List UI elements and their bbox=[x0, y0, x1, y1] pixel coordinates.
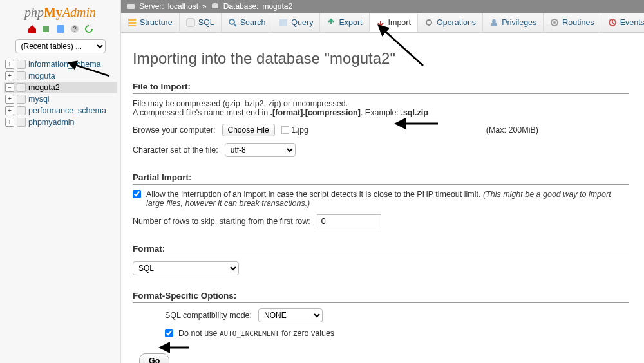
tab-search[interactable]: Search bbox=[222, 13, 273, 32]
browse-label: Browse your computer: bbox=[133, 126, 216, 135]
minus-icon[interactable]: − bbox=[5, 83, 14, 92]
db-tree: +information_schema +moguta −moguta2 +my… bbox=[0, 59, 120, 128]
tab-import[interactable]: Import bbox=[370, 14, 418, 33]
svg-rect-1 bbox=[57, 25, 64, 33]
db-item-information-schema[interactable]: +information_schema bbox=[4, 59, 117, 70]
breadcrumb-db-link[interactable]: moguta2 bbox=[262, 2, 292, 11]
sql-icon[interactable] bbox=[55, 24, 66, 34]
skip-rows-label: Number of rows to skip, starting from th… bbox=[133, 217, 310, 226]
allow-interruption-checkbox[interactable] bbox=[133, 190, 141, 198]
plus-icon[interactable]: + bbox=[5, 118, 14, 127]
tab-label: Operations bbox=[437, 18, 476, 27]
svg-rect-8 bbox=[128, 22, 136, 24]
plus-icon[interactable]: + bbox=[5, 106, 14, 115]
sql-icon bbox=[186, 18, 195, 27]
db-icon bbox=[17, 71, 26, 80]
file-hint: File may be compressed (gzip, bzip2, zip… bbox=[133, 99, 629, 117]
db-item-mysql[interactable]: +mysql bbox=[4, 93, 117, 105]
charset-row: Character set of the file: utf-8 bbox=[133, 143, 629, 157]
svg-rect-10 bbox=[187, 19, 194, 26]
tab-events[interactable]: Events bbox=[601, 13, 644, 32]
tab-label: Privileges bbox=[502, 18, 536, 27]
section-partial-import: Partial Import: Allow the interruption o… bbox=[133, 172, 629, 228]
svg-point-18 bbox=[553, 21, 556, 24]
tab-label: Search bbox=[240, 18, 266, 27]
hint-line: File may be compressed (gzip, bzip2, zip… bbox=[133, 99, 629, 108]
db-item-phpmyadmin[interactable]: +phpmyadmin bbox=[4, 116, 117, 128]
format-heading: Format: bbox=[133, 244, 629, 256]
tab-operations[interactable]: Operations bbox=[418, 13, 483, 32]
logo[interactable]: phpMyAdmin bbox=[0, 3, 120, 21]
tab-label: Import bbox=[388, 18, 411, 27]
tab-sql[interactable]: SQL bbox=[180, 13, 222, 32]
choose-file-button[interactable]: Choose File bbox=[222, 124, 275, 136]
import-icon bbox=[376, 18, 385, 27]
tab-label: Export bbox=[339, 18, 362, 27]
logo-php: php bbox=[24, 5, 44, 19]
tab-label: Routines bbox=[562, 18, 594, 27]
content: Importing into the database "moguta2" Fi… bbox=[121, 33, 644, 363]
tab-label: SQL bbox=[198, 18, 214, 27]
tab-routines[interactable]: Routines bbox=[544, 13, 601, 32]
logout-icon[interactable] bbox=[41, 24, 52, 34]
tab-query[interactable]: Query bbox=[272, 13, 320, 32]
chosen-file: 1.jpg bbox=[281, 126, 308, 135]
tab-label: Query bbox=[291, 18, 313, 27]
svg-point-15 bbox=[492, 19, 496, 23]
refresh-icon[interactable] bbox=[84, 24, 94, 34]
operations-icon bbox=[424, 18, 433, 27]
svg-rect-13 bbox=[279, 19, 287, 26]
logo-my: My bbox=[44, 5, 62, 19]
svg-rect-7 bbox=[128, 19, 136, 21]
partial-import-heading: Partial Import: bbox=[133, 172, 629, 185]
svg-line-12 bbox=[234, 24, 236, 26]
skip-rows-row: Number of rows to skip, starting from th… bbox=[133, 214, 629, 228]
tabs: Structure SQL Search Query Export Import… bbox=[121, 13, 644, 33]
home-icon[interactable] bbox=[27, 24, 37, 34]
skip-rows-input[interactable] bbox=[317, 214, 381, 228]
plus-icon[interactable]: + bbox=[5, 60, 14, 69]
db-item-moguta[interactable]: +moguta bbox=[4, 70, 117, 82]
go-button[interactable]: Go bbox=[139, 353, 169, 363]
section-file-to-import: File to Import: File may be compressed (… bbox=[133, 82, 629, 157]
tab-label: Structure bbox=[140, 18, 173, 27]
db-label: performance_schema bbox=[28, 106, 106, 115]
svg-text:?: ? bbox=[73, 26, 77, 33]
svg-point-11 bbox=[229, 19, 234, 24]
format-select[interactable]: SQL bbox=[133, 261, 239, 275]
db-icon bbox=[17, 83, 26, 92]
tab-privileges[interactable]: Privileges bbox=[483, 13, 544, 32]
breadcrumb-sep: » bbox=[202, 2, 207, 11]
svg-rect-4 bbox=[127, 4, 135, 9]
charset-select[interactable]: utf-8 bbox=[225, 143, 296, 157]
help-icon[interactable]: ? bbox=[70, 24, 80, 34]
compat-select[interactable]: NONE bbox=[258, 308, 323, 322]
db-label: phpmyadmin bbox=[28, 118, 75, 127]
breadcrumb-server-link[interactable]: localhost bbox=[168, 2, 198, 11]
db-label: mysql bbox=[28, 95, 50, 104]
tab-label: Events bbox=[620, 18, 644, 27]
section-format: Format: SQL bbox=[133, 244, 629, 275]
db-item-moguta2[interactable]: −moguta2 bbox=[4, 82, 117, 93]
query-icon bbox=[279, 18, 288, 27]
plus-icon[interactable]: + bbox=[5, 71, 14, 80]
svg-point-14 bbox=[426, 20, 431, 25]
db-item-performance-schema[interactable]: +performance_schema bbox=[4, 105, 117, 116]
server-icon bbox=[126, 2, 135, 11]
file-icon bbox=[281, 126, 289, 134]
sidebar-toolbar: ? bbox=[0, 21, 120, 38]
section-format-options: Format-Specific Options: SQL compatibili… bbox=[133, 291, 629, 338]
db-label: moguta bbox=[28, 71, 55, 80]
logo-admin: Admin bbox=[62, 5, 96, 19]
tab-structure[interactable]: Structure bbox=[121, 13, 180, 32]
format-options-body: SQL compatibility mode: NONE Do not use … bbox=[133, 308, 629, 338]
auto-increment-label: Do not use AUTO_INCREMENT for zero value… bbox=[178, 329, 334, 338]
recent-tables-select[interactable]: (Recent tables) ... bbox=[15, 39, 106, 53]
sidebar: phpMyAdmin ? (Recent tables) ... +inform… bbox=[0, 0, 121, 363]
privileges-icon bbox=[489, 18, 498, 27]
browse-row: Browse your computer: Choose File 1.jpg … bbox=[133, 124, 629, 136]
tab-export[interactable]: Export bbox=[320, 13, 369, 32]
plus-icon[interactable]: + bbox=[5, 95, 14, 104]
auto-increment-checkbox[interactable] bbox=[165, 329, 173, 337]
database-icon bbox=[211, 2, 220, 11]
